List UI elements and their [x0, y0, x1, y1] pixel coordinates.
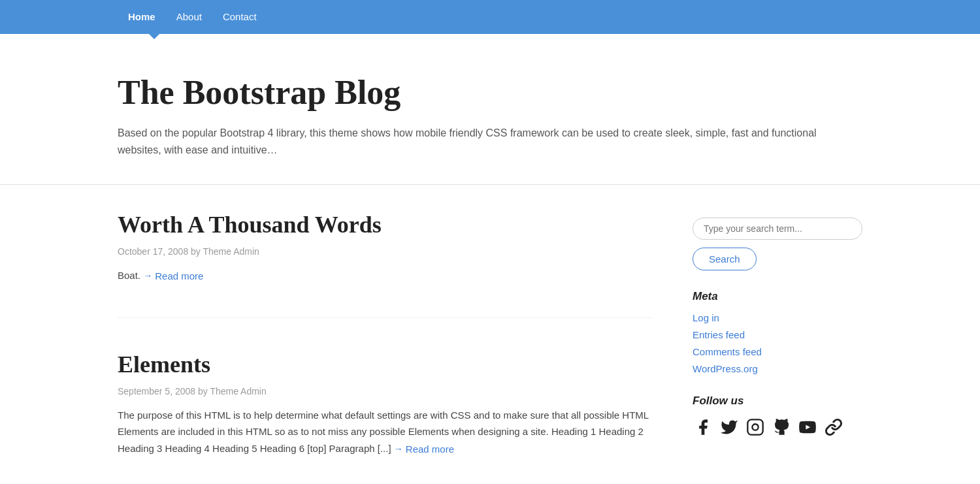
post-item: Worth A Thousand Words October 17, 2008 …: [118, 211, 653, 318]
post-title: Elements: [118, 351, 653, 378]
comments-feed-link[interactable]: Comments feed: [693, 346, 762, 357]
blog-description: Based on the popular Bootstrap 4 library…: [118, 125, 836, 158]
follow-section-title: Follow us: [693, 395, 862, 408]
sidebar: Search Meta Log in Entries feed Comments…: [693, 211, 862, 484]
navigation: Home About Contact: [0, 0, 980, 34]
post-meta: October 17, 2008 by Theme Admin: [118, 246, 653, 257]
youtube-icon[interactable]: [797, 417, 818, 438]
list-item: Comments feed: [693, 346, 862, 358]
post-item: Elements September 5, 2008 by Theme Admi…: [118, 351, 653, 484]
post-excerpt: The purpose of this HTML is to help dete…: [118, 407, 653, 458]
meta-section-title: Meta: [693, 290, 862, 303]
post-excerpt: Boat. →Read more: [118, 267, 653, 285]
search-button[interactable]: Search: [693, 248, 757, 270]
github-icon[interactable]: [771, 417, 792, 438]
list-item: WordPress.org: [693, 363, 862, 375]
read-more-link[interactable]: →Read more: [394, 441, 454, 458]
read-more-link[interactable]: →Read more: [143, 268, 203, 285]
arrow-icon: →: [394, 442, 403, 457]
twitter-icon[interactable]: [719, 417, 740, 438]
link-icon[interactable]: [823, 417, 844, 438]
entries-feed-link[interactable]: Entries feed: [693, 329, 745, 340]
post-title: Worth A Thousand Words: [118, 211, 653, 238]
hero-section: The Bootstrap Blog Based on the popular …: [0, 34, 980, 185]
post-meta: September 5, 2008 by Theme Admin: [118, 386, 653, 396]
facebook-icon[interactable]: [693, 417, 713, 438]
blog-title: The Bootstrap Blog: [118, 73, 862, 112]
svg-rect-0: [747, 420, 762, 435]
social-icons: [693, 417, 862, 438]
wordpress-org-link[interactable]: WordPress.org: [693, 363, 758, 374]
list-item: Log in: [693, 312, 862, 324]
posts-list: Worth A Thousand Words October 17, 2008 …: [118, 211, 653, 484]
main-content: Worth A Thousand Words October 17, 2008 …: [0, 185, 980, 484]
nav-home[interactable]: Home: [118, 0, 166, 34]
search-input[interactable]: [693, 218, 862, 240]
log-in-link[interactable]: Log in: [693, 312, 719, 323]
arrow-icon: →: [143, 268, 152, 284]
list-item: Entries feed: [693, 329, 862, 341]
nav-contact[interactable]: Contact: [212, 0, 267, 34]
nav-about[interactable]: About: [166, 0, 212, 34]
instagram-icon[interactable]: [745, 417, 766, 438]
meta-links: Log in Entries feed Comments feed WordPr…: [693, 312, 862, 375]
